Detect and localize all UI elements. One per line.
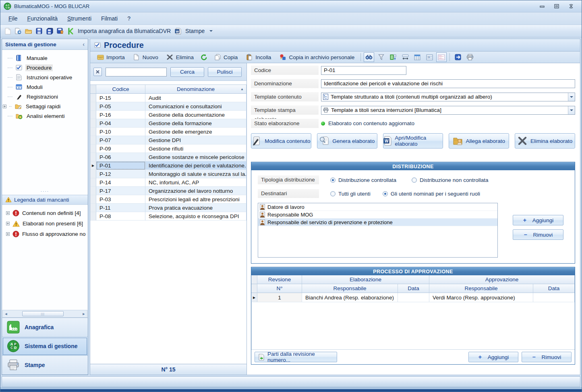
row-numbers-button[interactable]: -3- bbox=[424, 52, 435, 62]
radio-option[interactable]: Gli utenti nominati per i seguenti ruoli bbox=[383, 191, 480, 197]
role-list-item[interactable]: Responsabile del servizio di prevenzione… bbox=[258, 219, 497, 226]
pulisci-button[interactable]: Pulisci bbox=[208, 67, 242, 77]
maximize-button[interactable] bbox=[553, 4, 560, 9]
approval-row[interactable]: 1 Bianchi Andrea (Resp. elaborazione) Ve… bbox=[251, 293, 575, 302]
template-stampa-select[interactable]: Template a titoli senza interruzioni [Bl… bbox=[321, 106, 575, 115]
scroll-left-icon[interactable]: ◄ bbox=[3, 312, 9, 316]
panel-splitter[interactable]: ···· bbox=[2, 190, 88, 195]
table-row[interactable]: P-03 Prescrizioni legali ed altre prescr… bbox=[90, 195, 246, 204]
allega-elaborato-button[interactable]: Allega elaborato bbox=[449, 133, 509, 149]
column-width-button[interactable] bbox=[400, 52, 410, 62]
radio-option[interactable]: Distribuzione controllata bbox=[330, 177, 396, 183]
legend-item-contenuti[interactable]: Contenuti non definiti [4] bbox=[2, 208, 88, 219]
table-row[interactable]: P-07 Gestione DPI bbox=[90, 136, 246, 144]
export-button[interactable] bbox=[453, 52, 463, 62]
close-button[interactable] bbox=[568, 4, 574, 9]
nav-anagrafica[interactable]: Anagrafica bbox=[2, 318, 88, 337]
menu-item[interactable]: Funzionalità bbox=[23, 14, 62, 23]
table-row[interactable]: P-16 Gestione della documentazione bbox=[90, 111, 246, 119]
table-row[interactable]: P-11 Prova pratica evacuazione bbox=[90, 204, 246, 212]
aggiungi-revisione-button[interactable]: +Aggiungi bbox=[468, 352, 518, 362]
sidebar-collapse-button[interactable]: ‹ bbox=[83, 41, 85, 47]
horizontal-scrollbar[interactable]: ◄ ||| ► bbox=[2, 310, 87, 318]
sidebar-item-analisi-elementi[interactable]: Analisi elementi bbox=[2, 111, 88, 121]
genera-elaborato-button[interactable]: Genera elaborato bbox=[317, 133, 377, 149]
template-contenuto-select[interactable]: Template strutturato a titoli (contenuti… bbox=[321, 93, 575, 101]
table-row[interactable]: P-04 Gestione della formazione bbox=[90, 119, 246, 128]
table-row[interactable]: P-17 Organizzazione del lavoro notturno bbox=[90, 187, 246, 195]
role-list-item[interactable]: Responsabile MOG bbox=[258, 211, 497, 219]
table-row[interactable]: P-12 Monitoraggio di salute e sicurezza … bbox=[90, 170, 246, 178]
blumatica-dvr-icon[interactable] bbox=[66, 27, 75, 35]
save-user-icon[interactable] bbox=[56, 27, 64, 35]
scrollbar-thumb[interactable]: ||| bbox=[22, 311, 64, 316]
refresh-button[interactable] bbox=[199, 52, 209, 62]
radio-option[interactable]: Distribuzione non controllata bbox=[412, 177, 488, 183]
aggiungi-role-button[interactable]: +Aggiungi bbox=[513, 215, 563, 225]
print-button[interactable] bbox=[465, 52, 475, 62]
table-row[interactable]: P-15 Audit bbox=[90, 94, 246, 102]
column-header-codice[interactable]: Codice bbox=[96, 85, 145, 93]
codice-field[interactable] bbox=[321, 66, 406, 75]
scroll-right-icon[interactable]: ► bbox=[81, 312, 87, 316]
new-from-template-icon[interactable] bbox=[14, 27, 22, 35]
sidebar-item-registrazioni[interactable]: Registrazioni bbox=[2, 92, 88, 101]
save-icon[interactable] bbox=[35, 27, 43, 35]
elimina-elaborato-button[interactable]: Elimina elaborato bbox=[515, 133, 575, 149]
expand-icon[interactable] bbox=[6, 222, 10, 225]
cerca-button[interactable]: Cerca bbox=[170, 67, 204, 77]
table-row[interactable]: P-01 Identificazione dei pericoli e valu… bbox=[90, 161, 246, 170]
rimuovi-role-button[interactable]: −Rimuovi bbox=[513, 229, 563, 240]
table-row[interactable]: P-06 Gestione sostanze e miscele pericol… bbox=[90, 153, 246, 161]
new-file-icon[interactable] bbox=[4, 27, 12, 35]
sidebar-item-settaggi-rapidi[interactable]: Settaggi rapidi bbox=[2, 101, 88, 111]
expand-icon[interactable] bbox=[6, 232, 10, 236]
copia-button[interactable]: Copia bbox=[211, 53, 241, 62]
table-row[interactable]: P-14 NC, infortuni, AC, AP bbox=[90, 178, 246, 187]
save-all-icon[interactable] bbox=[46, 27, 54, 35]
table-row[interactable]: P-09 Gestione rifiuti bbox=[90, 144, 246, 153]
nav-stampe[interactable]: Stampe bbox=[2, 356, 88, 375]
dropdown-icon[interactable] bbox=[568, 93, 575, 101]
expand-icon[interactable] bbox=[6, 211, 10, 215]
grid-view-button[interactable] bbox=[412, 52, 423, 62]
importa-button[interactable]: Importa bbox=[93, 53, 128, 62]
role-list-item[interactable]: Datore di lavoro bbox=[258, 203, 497, 211]
apri-modifica-elaborato-button[interactable]: W Apri/Modifica elaborato bbox=[383, 133, 443, 149]
group-panel-button[interactable] bbox=[388, 52, 398, 62]
elimina-button[interactable]: Elimina bbox=[163, 53, 197, 62]
sidebar-item-istruzioni-operative[interactable]: Istruzioni operative bbox=[2, 72, 88, 82]
denominazione-field[interactable] bbox=[321, 79, 575, 88]
dropdown-icon[interactable] bbox=[568, 106, 575, 114]
sidebar-item-manuale[interactable]: Manuale bbox=[2, 53, 88, 63]
legend-item-elaborati[interactable]: Elaborati non presenti [6] bbox=[2, 219, 88, 229]
find-button[interactable] bbox=[364, 52, 374, 62]
menu-item[interactable]: Strumenti bbox=[63, 14, 95, 23]
stampe-menu-button[interactable]: Stampe bbox=[185, 28, 205, 34]
copia-archivio-button[interactable]: Copia in archivio personale bbox=[276, 53, 358, 62]
modifica-contenuto-button[interactable]: Modifica contenuto bbox=[251, 133, 311, 149]
column-header-denominazione[interactable]: Denominazione▲ bbox=[145, 85, 246, 93]
radio-option[interactable]: Tutti gli utenti bbox=[330, 191, 371, 197]
word-document-icon[interactable]: W bbox=[174, 27, 182, 35]
nuovo-button[interactable]: Nuovo bbox=[130, 53, 162, 62]
table-row[interactable]: P-08 Selezione, acquisto e riconsegna DP… bbox=[90, 212, 246, 221]
incolla-button[interactable]: Incolla bbox=[242, 53, 274, 62]
roles-listbox[interactable]: Datore di lavoro Responsabile MOG Respon… bbox=[258, 203, 498, 258]
sidebar-item-moduli[interactable]: Moduli bbox=[2, 82, 88, 92]
import-anagrafica-label[interactable]: Importa anagrafica da BlumaticaDVR bbox=[78, 28, 171, 34]
preview-lines-button[interactable] bbox=[436, 52, 447, 62]
clear-filter-icon[interactable] bbox=[93, 68, 102, 76]
menu-item[interactable]: File bbox=[4, 14, 22, 23]
search-input[interactable] bbox=[106, 68, 180, 76]
open-folder-icon[interactable] bbox=[25, 27, 33, 35]
nav-sistema-di-gestione[interactable]: APCD Sistema di gestione bbox=[2, 337, 88, 356]
sidebar-item-procedure[interactable]: Procedure bbox=[2, 63, 88, 72]
filter-button[interactable] bbox=[376, 52, 386, 62]
table-row[interactable]: P-10 Gestione delle emergenze bbox=[90, 128, 246, 136]
rimuovi-revisione-button[interactable]: −Rimuovi bbox=[522, 352, 572, 362]
expand-icon[interactable] bbox=[3, 105, 6, 108]
parti-dalla-revisione-button[interactable]: Parti dalla revisione numero... bbox=[255, 352, 337, 362]
table-row[interactable]: P-05 Comunicazioni e consultazioni bbox=[90, 102, 246, 111]
menu-item[interactable]: ? bbox=[123, 14, 135, 23]
